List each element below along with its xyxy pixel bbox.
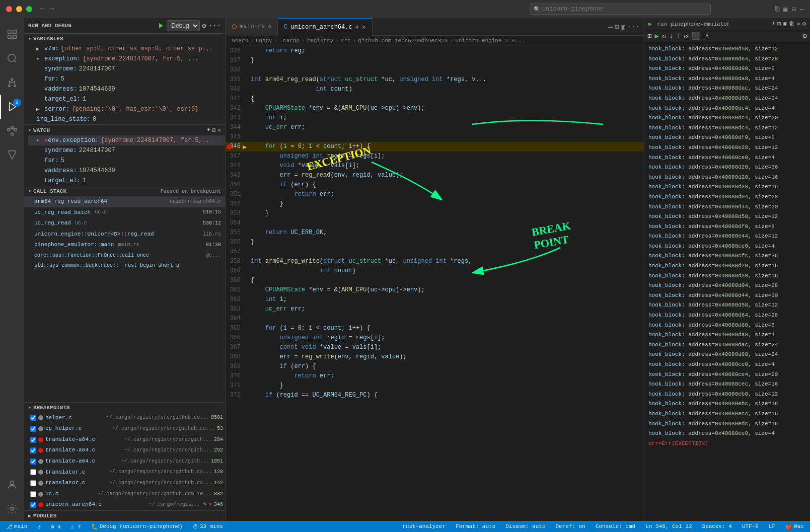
bp-translate-a64-2-checkbox[interactable]	[30, 447, 36, 453]
var-vaddress[interactable]: vaddress: 1074544639	[28, 84, 225, 94]
activity-item-search[interactable]	[0, 46, 24, 70]
callstack-item-4[interactable]: pinephone_emulator::main main.rs 81:30	[24, 240, 225, 251]
bp-translate-a64-3-checkbox[interactable]	[30, 459, 36, 465]
status-disasm[interactable]: Disasm: auto	[503, 523, 547, 530]
watch-collapse-icon[interactable]: ⊟	[212, 127, 216, 133]
bp-op-helper-c-checkbox[interactable]	[30, 426, 36, 432]
run-toolbar-square[interactable]: ⬛	[691, 32, 700, 40]
variables-header[interactable]: ▾ VARIABLES	[24, 34, 225, 44]
tab-more-icon[interactable]: ···	[627, 23, 640, 31]
bp-unicorn-aarch64[interactable]: unicorn_aarch64.c ~/.cargo/regis... ✎ ✕ …	[24, 499, 225, 510]
breakpoints-header[interactable]: ▾ BREAKPOINTS	[24, 403, 225, 413]
breadcrumb-src[interactable]: src	[341, 38, 351, 44]
var-target-el[interactable]: target_el: 1	[28, 94, 225, 104]
status-line-ending[interactable]: LF	[767, 523, 777, 530]
callstack-item-2[interactable]: uc_reg_read uc.c 538:12	[24, 218, 225, 229]
bp-translator-2-checkbox[interactable]	[30, 480, 36, 486]
watch-syndrome[interactable]: syndrome: 2248147007	[28, 145, 225, 156]
activity-item-test[interactable]	[0, 143, 24, 167]
bp-helper-c[interactable]: helper.c ~/.cargo/registry/src/github.co…	[24, 413, 225, 424]
activity-item-source-control[interactable]	[0, 70, 24, 95]
back-button[interactable]: ←	[40, 5, 45, 14]
panel-trash-icon[interactable]: 🗑	[789, 20, 795, 28]
var-syndrome[interactable]: syndrome: 2248147007	[28, 64, 225, 74]
start-debug-icon[interactable]	[158, 22, 165, 29]
bp-translator-1-checkbox[interactable]	[30, 469, 36, 475]
activity-item-run-debug[interactable]: 2	[0, 95, 24, 119]
split-right-icon[interactable]: ⟶	[608, 23, 612, 31]
bp-edit-icon[interactable]: ✎	[203, 500, 207, 509]
breadcrumb-engine[interactable]: unicorn-engine-2.0...	[455, 38, 525, 44]
breadcrumb-registry[interactable]: registry	[307, 38, 333, 44]
breadcrumb-luppy[interactable]: Luppy	[256, 38, 272, 44]
bp-translate-a64-3[interactable]: translate-a64.c ~/.cargo/registry/src/gi…	[24, 456, 225, 467]
activity-item-extensions[interactable]	[0, 119, 24, 143]
status-encoding[interactable]: UTF-8	[740, 523, 761, 530]
status-branch[interactable]: ⎇ main	[4, 523, 29, 530]
search-input[interactable]	[530, 4, 711, 15]
layout2-icon[interactable]: ⊟	[791, 5, 795, 14]
activity-item-accounts[interactable]	[0, 473, 24, 497]
var-serror[interactable]: ▶ serror: {pending:'\0', has_esr:'\0', e…	[28, 104, 225, 114]
bp-uc-c-checkbox[interactable]	[30, 491, 36, 497]
status-warnings[interactable]: ⚠ 7	[69, 523, 83, 530]
bp-translator-2[interactable]: translator.c ~/.cargo/registry/src/githu…	[24, 478, 225, 489]
panel-layout-icon[interactable]: ▣	[783, 20, 786, 28]
bp-translator-1[interactable]: translator.c ~/.cargo/registry/src/githu…	[24, 467, 225, 478]
var-exception[interactable]: ▾ exception: {syndrome:2248147007, fsr:5…	[28, 54, 225, 64]
panel-split-icon[interactable]: ⊟	[777, 20, 781, 28]
breadcrumb-users[interactable]: Users	[232, 38, 248, 44]
callstack-item-1[interactable]: uc_reg_read_batch uc.c 510:15	[24, 207, 225, 218]
tab-unicorn-aarch64[interactable]: C unicorn_aarch64.c 4 ✕	[278, 18, 373, 36]
run-toolbar-gear[interactable]: ⚙	[803, 32, 807, 40]
status-console[interactable]: Console: cmd	[594, 523, 637, 530]
status-errors[interactable]: ⊗ 4	[49, 523, 63, 530]
watch-add-icon[interactable]: +	[207, 127, 210, 133]
gear-icon[interactable]: ⚙	[202, 22, 206, 30]
run-toolbar-stop[interactable]: ↺	[684, 32, 688, 40]
callstack-item-5[interactable]: core::ops::function::FnOnce::call_once @…	[24, 251, 225, 261]
bp-delete-icon[interactable]: ✕	[208, 500, 212, 509]
breadcrumb-cargo[interactable]: .cargo	[279, 38, 300, 44]
tab-close-icon[interactable]: ✕	[361, 24, 365, 31]
callstack-item-0[interactable]: arm64_reg_read_aarch64 unicorn_aarch64.c	[24, 196, 225, 207]
callstack-header[interactable]: ▾ CALL STACK Paused on breakpoint	[24, 186, 225, 196]
run-toolbar-up[interactable]: ↑	[677, 32, 681, 40]
status-deref[interactable]: Deref: on	[553, 523, 587, 530]
bp-unicorn-aarch64-checkbox[interactable]	[30, 502, 36, 508]
panel-add-icon[interactable]: +	[772, 20, 775, 28]
activity-item-settings[interactable]	[0, 497, 24, 521]
more-tabs-icon[interactable]: ⊞	[615, 23, 619, 31]
maximize-button[interactable]	[26, 6, 32, 12]
forward-button[interactable]: →	[49, 5, 54, 14]
code-editor[interactable]: 336 return reg; 337 } 338 339 int arm64_…	[226, 46, 644, 521]
layout-icon[interactable]: ▣	[783, 5, 787, 14]
status-os[interactable]: 🍎 Mac	[783, 523, 806, 530]
status-debug[interactable]: 🐛 Debug (unicorn-pinephone)	[89, 523, 185, 530]
status-time[interactable]: ⏱ 33 mins	[191, 523, 225, 530]
panel-settings-icon[interactable]: ⚙	[802, 20, 806, 28]
var-irq[interactable]: irq_line_state: 0	[28, 114, 225, 124]
watch-env-exception[interactable]: ▾ ✕ env.exception: {syndrome:2248147007,…	[28, 135, 225, 145]
run-toolbar-refresh[interactable]: ↻	[662, 32, 666, 40]
bp-uc-c[interactable]: uc.c ~/.cargo/registry/src/github.com-1e…	[24, 489, 225, 500]
callstack-item-6[interactable]: std::sys_common::backtrace::__rust_begin…	[24, 261, 225, 271]
title-search-bar[interactable]: 🔍	[530, 4, 731, 15]
bp-translate-a64-1-checkbox[interactable]	[30, 437, 36, 443]
split-editor-icon[interactable]: ⎘	[775, 5, 779, 13]
breadcrumb-github[interactable]: github.com-1ecc6299db9ec823	[358, 38, 448, 44]
var-v7m[interactable]: ▶ v7m: {other_sp:0, other_ss_msp:0, othe…	[28, 44, 225, 54]
panel-close-icon[interactable]: ✕	[797, 20, 800, 28]
close-button[interactable]	[6, 6, 12, 12]
watch-target-el[interactable]: target_el: 1	[28, 176, 225, 186]
status-spaces[interactable]: Spaces: 4	[700, 523, 734, 530]
status-sync[interactable]: ↺	[35, 523, 43, 530]
run-toolbar-down[interactable]: ↓	[669, 32, 673, 40]
activity-item-explorer[interactable]	[0, 22, 24, 46]
status-position[interactable]: Ln 346, Col 12	[643, 523, 694, 530]
watch-remove-icon[interactable]: ✕	[217, 127, 221, 133]
minimize-button[interactable]	[16, 6, 22, 12]
watch-vaddress[interactable]: vaddress: 1074544639	[28, 166, 225, 176]
var-fsr[interactable]: fsr: 5	[28, 74, 225, 84]
tab-layout-icon[interactable]: ▣	[621, 23, 625, 31]
